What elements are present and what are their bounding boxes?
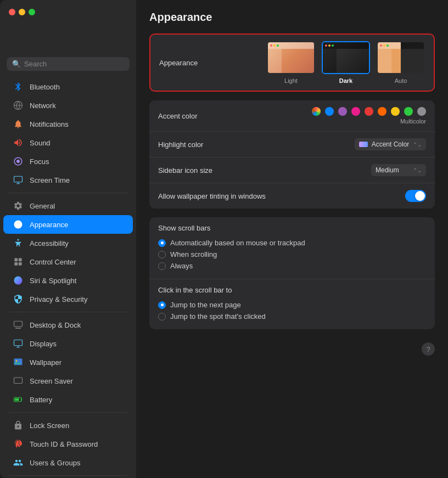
sidebar-item-label-focus: Focus xyxy=(30,158,49,166)
help-button[interactable]: ? xyxy=(422,342,435,356)
thumb-dot xyxy=(383,44,385,47)
thumb-dot xyxy=(380,44,382,47)
thumb-dot xyxy=(328,44,331,47)
wallpaper-icon xyxy=(12,356,24,368)
search-input[interactable] xyxy=(24,60,124,68)
svg-point-13 xyxy=(16,360,18,362)
sidebar-item-screen-time[interactable]: Screen Time xyxy=(3,171,133,189)
sidebar-item-desktop-dock[interactable]: Desktop & Dock xyxy=(3,316,133,334)
sidebar-item-general[interactable]: General xyxy=(3,196,133,215)
notifications-icon xyxy=(12,118,24,130)
toggle-knob xyxy=(415,191,425,201)
battery-icon xyxy=(12,393,24,406)
sidebar-icon-size-dropdown[interactable]: Medium ⌃⌄ xyxy=(371,164,426,176)
screen-saver-icon xyxy=(12,375,24,387)
scroll-bar-click-section: Click in the scroll bar to Jump to the n… xyxy=(149,279,435,329)
scroll-bars-always-option[interactable]: Always xyxy=(158,262,426,270)
page-title: Appearance xyxy=(149,11,435,24)
thumb-dot xyxy=(332,44,334,47)
sidebar-item-touch-id[interactable]: Touch ID & Password xyxy=(3,435,133,453)
color-dot-yellow[interactable] xyxy=(391,107,400,116)
sidebar-item-screen-saver[interactable]: Screen Saver xyxy=(3,372,133,390)
accessibility-icon xyxy=(12,237,24,249)
touch-id-icon xyxy=(12,438,24,450)
sidebar-item-network[interactable]: Network xyxy=(3,96,133,115)
focus-icon xyxy=(12,155,24,167)
appearance-thumbnail-dark[interactable] xyxy=(322,41,370,74)
maximize-button[interactable] xyxy=(29,9,35,15)
sidebar-item-privacy[interactable]: Privacy & Security xyxy=(3,290,133,308)
sidebar-item-users-groups[interactable]: Users & Groups xyxy=(3,453,133,472)
privacy-icon xyxy=(12,293,24,305)
accent-colors-control: Multicolor xyxy=(312,107,426,125)
minimize-button[interactable] xyxy=(19,9,25,15)
highlight-color-row: Highlight color Accent Color ⌃⌄ xyxy=(149,132,435,158)
color-dot-blue[interactable] xyxy=(325,107,334,116)
search-box[interactable]: 🔍 xyxy=(7,57,130,71)
highlight-color-dropdown[interactable]: Accent Color ⌃⌄ xyxy=(355,138,426,150)
color-dot-orange[interactable] xyxy=(378,107,387,116)
scroll-bars-always-label: Always xyxy=(170,262,193,270)
appearance-thumbnail-light[interactable] xyxy=(267,41,315,74)
color-dot-green[interactable] xyxy=(404,107,413,116)
highlight-color-label: Highlight color xyxy=(158,140,203,149)
sidebar-item-label-sound: Sound xyxy=(30,139,51,147)
sidebar-item-label-wallpaper: Wallpaper xyxy=(30,358,61,367)
color-dot-purple[interactable] xyxy=(338,107,347,116)
sound-icon xyxy=(12,137,24,149)
color-dot-multicolor[interactable] xyxy=(312,107,321,116)
scroll-click-spot-option[interactable]: Jump to the spot that's clicked xyxy=(158,312,426,320)
sidebar-item-bluetooth[interactable]: Bluetooth xyxy=(3,77,133,96)
sidebar-item-control-center[interactable]: Control Center xyxy=(3,252,133,271)
network-icon xyxy=(12,99,24,111)
sidebar-item-focus[interactable]: Focus xyxy=(3,152,133,171)
thumb-light-topbar xyxy=(268,42,314,49)
scroll-bars-auto-option[interactable]: Automatically based on mouse or trackpad xyxy=(158,239,426,247)
thumb-dark-bg xyxy=(323,42,369,73)
color-dot-gray[interactable] xyxy=(417,107,426,116)
main-window: 🔍 Bluetooth Network Notificati xyxy=(0,0,448,478)
sidebar-item-wallpaper[interactable]: Wallpaper xyxy=(3,353,133,372)
sidebar-item-label-lock-screen: Lock Screen xyxy=(30,421,69,430)
color-dot-pink[interactable] xyxy=(351,107,360,116)
appearance-option-light[interactable]: Light xyxy=(267,41,315,84)
close-button[interactable] xyxy=(9,9,15,15)
sidebar-icon-size-value: Medium xyxy=(376,166,399,174)
control-center-icon xyxy=(12,256,24,268)
sidebar-item-battery[interactable]: Battery xyxy=(3,390,133,409)
appearance-thumbnail-auto[interactable] xyxy=(377,41,425,74)
screen-time-icon xyxy=(12,174,24,186)
appearance-icon xyxy=(12,218,24,230)
sidebar-item-label-desktop-dock: Desktop & Dock xyxy=(30,321,81,329)
thumb-dot xyxy=(325,44,327,47)
thumb-dark-topbar xyxy=(323,42,369,49)
displays-icon xyxy=(12,338,24,350)
sidebar-item-label-battery: Battery xyxy=(30,396,52,404)
sidebar-divider-2 xyxy=(9,312,127,312)
appearance-option-label-auto: Auto xyxy=(395,77,407,84)
svg-rect-4 xyxy=(14,258,18,261)
sidebar-item-lock-screen[interactable]: Lock Screen xyxy=(3,416,133,435)
sidebar-item-label-displays: Displays xyxy=(30,340,57,348)
color-dot-red[interactable] xyxy=(365,107,373,116)
appearance-option-auto[interactable]: Auto xyxy=(377,41,425,84)
wallpaper-tinting-toggle[interactable] xyxy=(405,190,426,202)
sidebar-item-notifications[interactable]: Notifications xyxy=(3,115,133,133)
sidebar-item-displays[interactable]: Displays xyxy=(3,334,133,353)
appearance-option-dark[interactable]: Dark xyxy=(322,41,370,84)
scroll-click-next-page-option[interactable]: Jump to the next page xyxy=(158,301,426,309)
radio-circle-scrolling xyxy=(158,251,166,258)
sidebar-item-appearance[interactable]: Appearance xyxy=(3,215,133,234)
scroll-bars-block: Show scroll bars Automatically based on … xyxy=(149,217,435,329)
sidebar-divider-4 xyxy=(9,475,127,476)
show-scroll-bars-label: Show scroll bars xyxy=(158,224,426,232)
radio-circle-spot xyxy=(158,313,166,320)
sidebar-item-label-appearance: Appearance xyxy=(30,221,68,229)
scroll-bars-scrolling-option[interactable]: When scrolling xyxy=(158,250,426,258)
sidebar-item-sound[interactable]: Sound xyxy=(3,133,133,152)
sidebar-item-accessibility[interactable]: Accessibility xyxy=(3,234,133,252)
users-groups-icon xyxy=(12,457,24,469)
sidebar-item-siri[interactable]: Siri & Spotlight xyxy=(3,271,133,290)
scroll-bar-click-radio-group: Jump to the next page Jump to the spot t… xyxy=(158,299,426,323)
sidebar-item-label-screen-time: Screen Time xyxy=(30,176,70,184)
